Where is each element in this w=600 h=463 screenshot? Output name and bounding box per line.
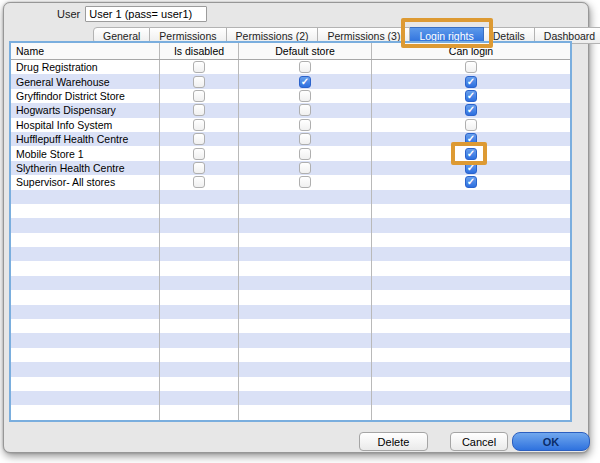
checkmark-icon: ✓: [466, 162, 476, 172]
empty-table-row: [11, 233, 570, 247]
checkmark-icon: ✓: [466, 90, 476, 100]
is-disabled-checkbox[interactable]: [193, 76, 205, 88]
empty-table-row: [11, 204, 570, 218]
checkmark-icon: ✓: [466, 133, 476, 143]
is-disabled-checkbox[interactable]: [193, 148, 205, 160]
delete-button[interactable]: Delete: [359, 432, 428, 451]
table-row[interactable]: Slytherin Health Centre✓: [11, 161, 570, 175]
store-name: Hogwarts Dispensary: [11, 103, 160, 117]
empty-table-row: [11, 305, 570, 319]
empty-table-row: [11, 218, 570, 232]
ok-button[interactable]: OK: [512, 432, 590, 451]
empty-table-row: [11, 333, 570, 347]
is-disabled-checkbox[interactable]: [193, 90, 205, 102]
is-disabled-checkbox[interactable]: [193, 133, 205, 145]
table-row[interactable]: General Warehouse✓✓: [11, 74, 570, 88]
is-disabled-checkbox[interactable]: [193, 162, 205, 174]
default-store-checkbox[interactable]: [299, 148, 311, 160]
store-name: General Warehouse: [11, 74, 160, 88]
can-login-checkbox[interactable]: [465, 119, 477, 131]
can-login-checkbox[interactable]: [465, 61, 477, 73]
column-header-can-login: Can login: [372, 43, 570, 59]
table-row[interactable]: Supervisor- All stores✓: [11, 175, 570, 189]
user-field-row: User: [57, 6, 207, 22]
can-login-checkbox[interactable]: ✓: [465, 104, 477, 116]
empty-table-row: [11, 276, 570, 290]
column-header-default-store: Default store: [239, 43, 372, 59]
table-row[interactable]: Drug Registration: [11, 60, 570, 74]
can-login-checkbox[interactable]: ✓: [465, 76, 477, 88]
is-disabled-checkbox[interactable]: [193, 61, 205, 73]
default-store-checkbox[interactable]: [299, 90, 311, 102]
empty-table-row: [11, 319, 570, 333]
default-store-checkbox[interactable]: ✓: [299, 76, 311, 88]
checkmark-icon: ✓: [300, 76, 310, 86]
table-body: Drug RegistrationGeneral Warehouse✓✓Gryf…: [11, 60, 570, 420]
login-rights-table: NameIs disabledDefault storeCan login Dr…: [9, 41, 572, 422]
table-row[interactable]: Hospital Info System: [11, 118, 570, 132]
store-name: Drug Registration: [11, 60, 160, 74]
table-row[interactable]: Mobile Store 1✓: [11, 146, 570, 160]
checkmark-icon: ✓: [466, 176, 476, 186]
empty-table-row: [11, 290, 570, 304]
default-store-checkbox[interactable]: [299, 119, 311, 131]
table-row[interactable]: Hogwarts Dispensary✓: [11, 103, 570, 117]
is-disabled-checkbox[interactable]: [193, 176, 205, 188]
can-login-checkbox[interactable]: ✓: [465, 90, 477, 102]
empty-table-row: [11, 247, 570, 261]
table-header-row: NameIs disabledDefault storeCan login: [11, 43, 570, 60]
is-disabled-checkbox[interactable]: [193, 104, 205, 116]
empty-table-row: [11, 377, 570, 391]
store-name: Hufflepuff Health Centre: [11, 132, 160, 146]
empty-table-row: [11, 190, 570, 204]
default-store-checkbox[interactable]: [299, 61, 311, 73]
table-row[interactable]: Hufflepuff Health Centre✓: [11, 132, 570, 146]
is-disabled-checkbox[interactable]: [193, 119, 205, 131]
empty-table-row: [11, 348, 570, 362]
store-name: Hospital Info System: [11, 118, 160, 132]
can-login-checkbox[interactable]: ✓: [465, 162, 477, 174]
table-row[interactable]: Gryffindor District Store✓: [11, 89, 570, 103]
column-header-name: Name: [11, 43, 160, 59]
user-details-dialog: User GeneralPermissionsPermissions (2)Pe…: [3, 2, 589, 453]
can-login-checkbox[interactable]: ✓: [465, 176, 477, 188]
default-store-checkbox[interactable]: [299, 176, 311, 188]
can-login-checkbox[interactable]: ✓: [465, 133, 477, 145]
checkmark-icon: ✓: [466, 76, 476, 86]
store-name: Mobile Store 1: [11, 146, 160, 160]
checkmark-icon: ✓: [466, 148, 476, 158]
empty-table-row: [11, 391, 570, 405]
empty-table-row: [11, 405, 570, 419]
default-store-checkbox[interactable]: [299, 133, 311, 145]
store-name: Supervisor- All stores: [11, 175, 160, 189]
default-store-checkbox[interactable]: [299, 162, 311, 174]
empty-table-row: [11, 362, 570, 376]
can-login-checkbox[interactable]: ✓: [465, 148, 477, 160]
empty-table-row: [11, 261, 570, 275]
column-header-is-disabled: Is disabled: [160, 43, 239, 59]
cancel-button[interactable]: Cancel: [450, 432, 508, 451]
store-name: Gryffindor District Store: [11, 89, 160, 103]
user-field-label: User: [57, 8, 80, 20]
checkmark-icon: ✓: [466, 104, 476, 114]
default-store-checkbox[interactable]: [299, 104, 311, 116]
user-name-input[interactable]: [85, 6, 207, 22]
screenshot-root: User GeneralPermissionsPermissions (2)Pe…: [0, 0, 600, 463]
store-name: Slytherin Health Centre: [11, 161, 160, 175]
